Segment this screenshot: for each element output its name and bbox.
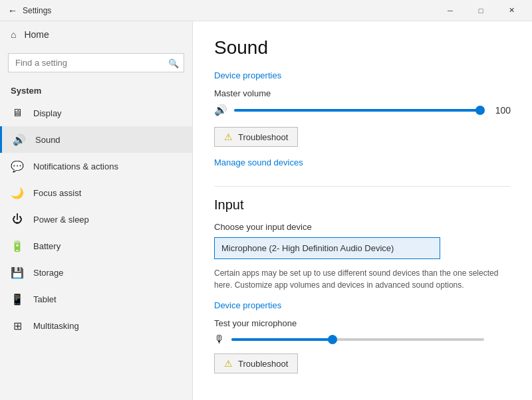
display-label: Display	[33, 108, 62, 118]
multitasking-label: Multitasking	[33, 321, 79, 331]
section-divider	[214, 186, 511, 187]
home-icon: ⌂	[11, 29, 16, 40]
device-properties-link2[interactable]: Device properties	[214, 300, 281, 310]
search-input[interactable]	[8, 53, 184, 72]
volume-fill	[234, 109, 480, 112]
storage-label: Storage	[33, 268, 64, 278]
multitasking-icon: ⊞	[11, 320, 24, 332]
sidebar-section-label: System	[0, 78, 192, 100]
titlebar: ← Settings ─ □ ✕	[0, 0, 532, 21]
titlebar-left: ← Settings	[8, 5, 51, 16]
info-text: Certain apps may be set up to use differ…	[214, 267, 511, 291]
mic-fill	[231, 338, 332, 341]
titlebar-controls: ─ □ ✕	[435, 0, 527, 21]
volume-slider[interactable]	[234, 109, 480, 112]
volume-icon: 🔊	[214, 104, 227, 116]
sidebar-item-display[interactable]: 🖥 Display	[0, 100, 192, 126]
titlebar-title: Settings	[23, 6, 51, 15]
troubleshoot-label: Troubleshoot	[238, 132, 288, 142]
minimize-button[interactable]: ─	[435, 0, 466, 21]
warning-icon2: ⚠	[224, 358, 233, 369]
search-icon: 🔍	[168, 58, 179, 68]
test-mic-label: Test your microphone	[214, 318, 511, 328]
sidebar: ⌂ Home 🔍 System 🖥 Display 🔊 Sound 💬 Noti…	[0, 21, 193, 400]
volume-value: 100	[487, 105, 511, 116]
battery-icon: 🔋	[11, 240, 24, 252]
sidebar-item-multitasking[interactable]: ⊞ Multitasking	[0, 312, 192, 339]
notifications-icon: 💬	[11, 160, 24, 173]
sound-icon: 🔊	[13, 134, 26, 146]
mic-row: 🎙	[214, 334, 511, 346]
storage-icon: 💾	[11, 266, 24, 279]
power-icon: ⏻	[11, 213, 24, 225]
input-device-select[interactable]: Microphone (2- High Definition Audio Dev…	[214, 237, 440, 259]
home-label: Home	[24, 29, 49, 40]
sidebar-item-notifications[interactable]: 💬 Notifications & actions	[0, 153, 192, 179]
sidebar-item-home[interactable]: ⌂ Home	[0, 21, 192, 48]
input-section-title: Input	[214, 197, 511, 213]
mic-icon: 🎙	[214, 334, 225, 346]
power-label: Power & sleep	[33, 215, 89, 225]
sidebar-item-tablet[interactable]: 📱 Tablet	[0, 286, 192, 312]
app-body: ⌂ Home 🔍 System 🖥 Display 🔊 Sound 💬 Noti…	[0, 21, 532, 400]
battery-label: Battery	[33, 241, 61, 251]
troubleshoot-button2[interactable]: ⚠ Troubleshoot	[214, 353, 298, 373]
sound-label: Sound	[35, 135, 61, 145]
manage-sound-devices-link[interactable]: Manage sound devices	[214, 157, 303, 167]
maximize-button[interactable]: □	[466, 0, 496, 21]
content-area: Sound Device properties Master volume 🔊 …	[193, 21, 532, 400]
warning-icon: ⚠	[224, 132, 233, 142]
sidebar-item-storage[interactable]: 💾 Storage	[0, 259, 192, 286]
mic-slider[interactable]	[231, 338, 484, 341]
display-icon: 🖥	[11, 107, 24, 119]
close-button[interactable]: ✕	[496, 0, 527, 21]
mic-thumb	[328, 335, 337, 344]
back-icon[interactable]: ←	[8, 5, 17, 16]
sidebar-item-sound[interactable]: 🔊 Sound	[0, 126, 192, 153]
sidebar-item-battery[interactable]: 🔋 Battery	[0, 233, 192, 259]
volume-thumb	[475, 106, 485, 115]
search-box: 🔍	[8, 53, 184, 72]
troubleshoot-label2: Troubleshoot	[238, 359, 288, 369]
tablet-icon: 📱	[11, 293, 24, 306]
sidebar-item-focus[interactable]: 🌙 Focus assist	[0, 179, 192, 206]
sidebar-item-power[interactable]: ⏻ Power & sleep	[0, 206, 192, 233]
master-volume-label: Master volume	[214, 88, 511, 98]
notifications-label: Notifications & actions	[33, 161, 118, 171]
page-title: Sound	[214, 37, 511, 58]
volume-row: 🔊 100	[214, 104, 511, 116]
tablet-label: Tablet	[33, 294, 57, 304]
focus-icon: 🌙	[11, 187, 24, 199]
device-properties-link[interactable]: Device properties	[214, 70, 281, 80]
choose-input-label: Choose your input device	[214, 222, 511, 232]
focus-label: Focus assist	[33, 188, 81, 198]
troubleshoot-button[interactable]: ⚠ Troubleshoot	[214, 127, 298, 147]
